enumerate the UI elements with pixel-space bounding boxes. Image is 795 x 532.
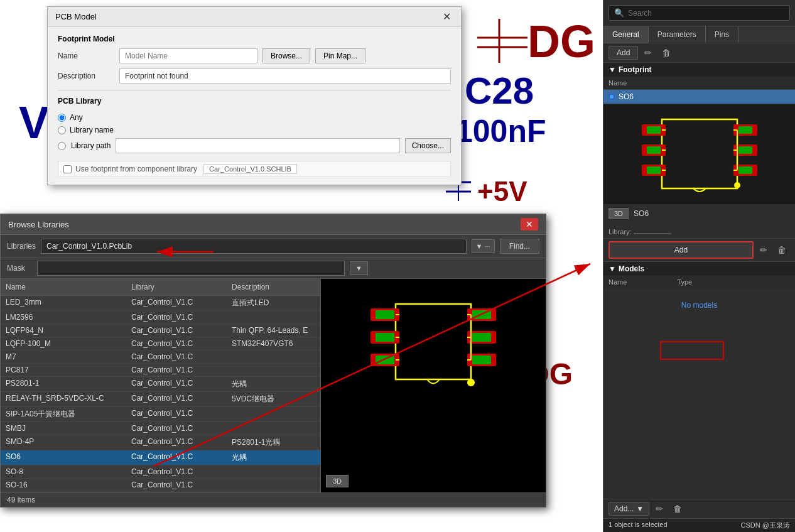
- search-input[interactable]: [628, 9, 784, 18]
- list-cell-library: Car_Control_V1.C: [131, 379, 232, 389]
- list-cell-library: Car_Control_V1.C: [131, 352, 232, 361]
- svg-rect-35: [376, 356, 394, 364]
- list-cell-name: RELAY-TH_SRD-5VDC-XL-C: [6, 394, 131, 404]
- lib-dropdown-btn[interactable]: ▼ ···: [472, 239, 495, 253]
- radio-any-input[interactable]: [58, 114, 66, 122]
- svg-rect-18: [738, 146, 752, 154]
- col-library-header: Library: [126, 281, 227, 293]
- watermark: CSDN @王泉涛: [741, 521, 790, 530]
- voltage-label: +5V: [477, 176, 527, 207]
- desc-row: Description: [58, 68, 451, 84]
- list-item[interactable]: SO6 Car_Control_V1.C 光耦: [1, 450, 320, 465]
- component-lib-label: Car_Control_V1.0.SCHLIB: [203, 164, 297, 174]
- browse-body: Libraries ▼ ··· Find... Mask ▼ Name Libr…: [1, 235, 546, 507]
- pinmap-button[interactable]: Pin Map...: [315, 48, 365, 63]
- use-footprint-checkbox[interactable]: [63, 165, 72, 173]
- list-cell-library: Car_Control_V1.C: [131, 437, 232, 448]
- list-cell-name: LM2596: [6, 313, 131, 322]
- list-item[interactable]: LM2596 Car_Control_V1.C: [1, 311, 320, 324]
- svg-rect-41: [472, 356, 491, 364]
- radio-libpath: Library path Choose...: [58, 138, 451, 153]
- svg-rect-16: [738, 126, 752, 134]
- pcb-model-dialog: PCB Model ✕ Footprint Model Name Browse.…: [47, 6, 462, 185]
- radio-libname-input[interactable]: [58, 126, 66, 134]
- desc-input[interactable]: [119, 68, 451, 84]
- mask-dropdown[interactable]: ▼: [350, 261, 368, 275]
- models-col-header: Name Type: [603, 276, 795, 288]
- tab-general[interactable]: General: [603, 26, 649, 43]
- list-cell-name: M7: [6, 352, 131, 361]
- 3d-button[interactable]: 3D: [608, 208, 629, 219]
- find-button[interactable]: Find...: [500, 239, 539, 254]
- list-item[interactable]: LQFP-100_M Car_Control_V1.C STM32F407VGT…: [1, 337, 320, 350]
- browse-button[interactable]: Browse...: [262, 48, 310, 63]
- edit-footprint-button[interactable]: ✏: [756, 244, 771, 256]
- radio-group: Any Library name Library path Choose...: [58, 111, 451, 156]
- browse-titlebar: Browse Libraries ✕: [1, 214, 546, 235]
- library-value: [634, 233, 671, 234]
- choose-button[interactable]: Choose...: [405, 138, 451, 153]
- list-cell-library: Car_Control_V1.C: [131, 452, 232, 463]
- list-cell-name: LQFP-100_M: [6, 339, 131, 348]
- edit-button-top[interactable]: ✏: [641, 46, 656, 59]
- list-item[interactable]: RELAY-TH_SRD-5VDC-XL-C Car_Control_V1.C …: [1, 392, 320, 407]
- list-cell-desc: 5VDC继电器: [232, 394, 315, 404]
- delete-button-top[interactable]: 🗑: [658, 46, 674, 59]
- browse-toolbar: Libraries ▼ ··· Find...: [1, 235, 546, 258]
- list-item[interactable]: M7 Car_Control_V1.C: [1, 350, 320, 364]
- tab-bar: General Parameters Pins: [603, 26, 795, 43]
- footprint-name: SO6: [619, 92, 634, 101]
- footprint-item-so6[interactable]: SO6: [603, 90, 795, 104]
- col-desc-header: Description: [227, 281, 320, 293]
- mask-input[interactable]: [37, 261, 345, 276]
- list-item[interactable]: SMD-4P Car_Control_V1.C PS2801-1光耦: [1, 435, 320, 450]
- list-cell-library: Car_Control_V1.C: [131, 366, 232, 374]
- lib-input[interactable]: [41, 239, 466, 254]
- add-button-top[interactable]: Add: [608, 46, 638, 60]
- list-item[interactable]: PC817 Car_Control_V1.C: [1, 364, 320, 377]
- pcb-library-title: PCB Library: [58, 97, 451, 106]
- footprint-dot: [608, 94, 615, 100]
- name-input[interactable]: [119, 48, 257, 63]
- radio-libpath-input[interactable]: [58, 142, 66, 150]
- list-cell-library: Car_Control_V1.C: [131, 298, 232, 308]
- list-scroll[interactable]: LED_3mm Car_Control_V1.C 直插式LED LM2596 C…: [1, 296, 320, 492]
- use-footprint-label: Use footprint from component library: [75, 165, 197, 173]
- list-item[interactable]: SIP-1A05干簧继电器 Car_Control_V1.C: [1, 407, 320, 422]
- models-add-dropdown-button[interactable]: Add... ▼: [608, 502, 649, 516]
- delete-footprint-button[interactable]: 🗑: [774, 244, 790, 256]
- search-box[interactable]: 🔍: [608, 5, 790, 21]
- list-item[interactable]: LQFP64_N Car_Control_V1.C Thin QFP, 64-L…: [1, 324, 320, 337]
- models-edit-button[interactable]: ✏: [652, 502, 667, 515]
- radio-libname: Library name: [58, 126, 451, 134]
- list-item[interactable]: SO-8 Car_Control_V1.C: [1, 465, 320, 479]
- list-item[interactable]: LED_3mm Car_Control_V1.C 直插式LED: [1, 296, 320, 311]
- list-item[interactable]: SO-16 Car_Control_V1.C: [1, 479, 320, 492]
- radio-libname-label: Library name: [70, 126, 114, 134]
- svg-rect-31: [376, 310, 394, 319]
- list-item[interactable]: PS2801-1 Car_Control_V1.C 光耦: [1, 377, 320, 392]
- browse-title: Browse Libraries: [8, 220, 69, 229]
- library-path-input[interactable]: [116, 138, 399, 153]
- library-label: Library:: [608, 228, 632, 236]
- add-footprint-button[interactable]: Add: [608, 241, 754, 259]
- tab-pins[interactable]: Pins: [706, 26, 738, 43]
- list-cell-name: SIP-1A05干簧继电器: [6, 409, 131, 420]
- triangle-icon: ▼: [608, 65, 616, 74]
- browse-preview-3d-btn[interactable]: 3D: [326, 475, 349, 487]
- search-icon: 🔍: [614, 8, 624, 18]
- lib-label: Libraries: [7, 242, 36, 251]
- browse-close-button[interactable]: ✕: [521, 218, 538, 231]
- pcb-model-body: Footprint Model Name Browse... Pin Map..…: [48, 27, 461, 185]
- tab-parameters[interactable]: Parameters: [649, 26, 706, 43]
- list-cell-desc: [232, 313, 315, 322]
- pcb-model-title: PCB Model: [55, 12, 97, 21]
- models-delete-button[interactable]: 🗑: [669, 502, 686, 515]
- models-section: ▼ Models Name Type No models: [603, 262, 795, 499]
- pcb-model-close-button[interactable]: ✕: [440, 11, 453, 23]
- svg-point-27: [734, 182, 740, 188]
- selection-status: 1 object is selected: [608, 521, 668, 530]
- mask-row: Mask ▼: [1, 258, 546, 279]
- list-item[interactable]: SMBJ Car_Control_V1.C: [1, 422, 320, 435]
- list-cell-name: PC817: [6, 366, 131, 374]
